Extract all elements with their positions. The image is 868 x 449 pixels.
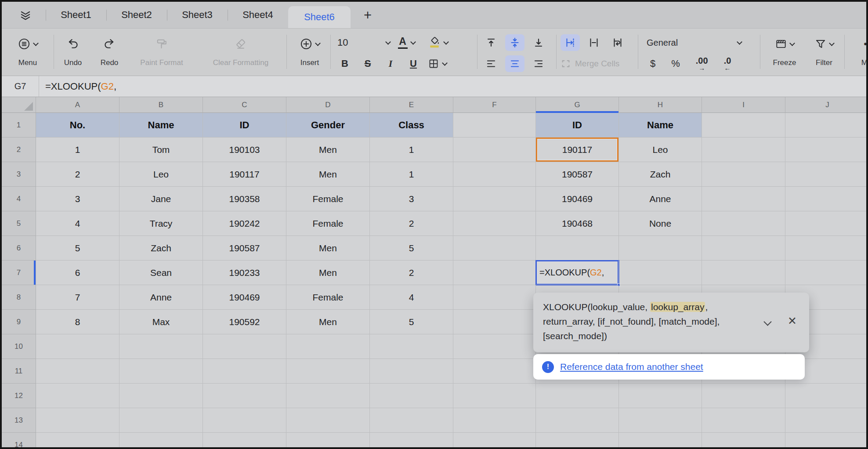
cell-E14[interactable] bbox=[370, 433, 453, 447]
cell-A13[interactable] bbox=[36, 408, 119, 433]
cell-E6[interactable]: 5 bbox=[370, 236, 453, 261]
formula-input[interactable]: =XLOOKUP(G2, bbox=[39, 81, 116, 92]
cell-H7[interactable] bbox=[619, 261, 702, 285]
increase-decimal-button[interactable]: .00 → bbox=[696, 56, 708, 71]
halign-right-button[interactable] bbox=[529, 55, 548, 72]
cell-B11[interactable] bbox=[119, 359, 203, 384]
add-sheet-button[interactable]: + bbox=[358, 7, 377, 24]
cell-F6[interactable] bbox=[453, 236, 536, 261]
cell-E8[interactable]: 4 bbox=[370, 285, 453, 310]
row-header-8[interactable]: 8 bbox=[2, 285, 36, 310]
cell-B2[interactable]: Tom bbox=[119, 138, 203, 162]
underline-button[interactable]: U bbox=[406, 58, 421, 69]
halign-left-button[interactable] bbox=[481, 55, 501, 72]
cell-D11[interactable] bbox=[286, 359, 370, 384]
cell-A3[interactable]: 2 bbox=[36, 162, 119, 187]
valign-middle-button[interactable] bbox=[505, 34, 524, 51]
row-header-13[interactable]: 13 bbox=[2, 408, 36, 433]
cell-D6[interactable]: Men bbox=[286, 236, 370, 261]
cell-F13[interactable] bbox=[453, 408, 536, 433]
cell-E3[interactable]: 1 bbox=[370, 162, 453, 187]
cell-G14[interactable] bbox=[536, 433, 619, 447]
cell-B14[interactable] bbox=[119, 433, 203, 447]
cell-I13[interactable] bbox=[702, 408, 785, 433]
cell-G7[interactable]: =XLOOKUP(G2, bbox=[536, 261, 619, 285]
row-header-4[interactable]: 4 bbox=[2, 187, 36, 211]
sheet-list-button[interactable] bbox=[9, 5, 42, 25]
column-header-H[interactable]: H bbox=[619, 97, 702, 113]
cell-I6[interactable] bbox=[702, 236, 785, 261]
cell-J14[interactable] bbox=[785, 433, 866, 447]
row-header-3[interactable]: 3 bbox=[2, 162, 36, 187]
merge-cells-button[interactable]: Merge Cells bbox=[561, 58, 619, 69]
cell-A8[interactable]: 7 bbox=[36, 285, 119, 310]
cell-C11[interactable] bbox=[203, 359, 286, 384]
cell-C3[interactable]: 190117 bbox=[203, 162, 286, 187]
cell-I4[interactable] bbox=[702, 187, 785, 211]
cell-I14[interactable] bbox=[702, 433, 785, 447]
cell-E7[interactable]: 2 bbox=[370, 261, 453, 285]
cell-E5[interactable]: 2 bbox=[370, 211, 453, 236]
cell-J2[interactable] bbox=[785, 138, 866, 162]
cell-D1[interactable]: Gender bbox=[286, 113, 370, 138]
cell-D14[interactable] bbox=[286, 433, 370, 447]
font-color-button[interactable]: A bbox=[392, 36, 421, 49]
tab-sheet2[interactable]: Sheet2 bbox=[106, 2, 167, 28]
reference-data-link[interactable]: Reference data from another sheet bbox=[560, 362, 703, 372]
cell-A1[interactable]: No. bbox=[36, 113, 119, 138]
column-header-C[interactable]: C bbox=[203, 97, 286, 113]
cell-F7[interactable] bbox=[453, 261, 536, 285]
undo-button[interactable]: Undo bbox=[57, 31, 89, 69]
cell-E10[interactable] bbox=[370, 334, 453, 359]
cell-F14[interactable] bbox=[453, 433, 536, 447]
decrease-decimal-button[interactable]: .0 ← bbox=[724, 56, 731, 71]
cell-F9[interactable] bbox=[453, 310, 536, 334]
bold-button[interactable]: B bbox=[337, 58, 352, 69]
cell-C10[interactable] bbox=[203, 334, 286, 359]
cell-F4[interactable] bbox=[453, 187, 536, 211]
column-header-E[interactable]: E bbox=[370, 97, 453, 113]
font-size-select[interactable]: 10 bbox=[336, 37, 392, 48]
cell-I12[interactable] bbox=[702, 384, 785, 408]
cell-C1[interactable]: ID bbox=[203, 113, 286, 138]
cell-G6[interactable] bbox=[536, 236, 619, 261]
borders-button[interactable] bbox=[428, 58, 447, 69]
halign-center-button[interactable] bbox=[505, 55, 524, 72]
cell-G4[interactable]: 190469 bbox=[536, 187, 619, 211]
text-clip-button[interactable] bbox=[584, 34, 604, 51]
row-header-9[interactable]: 9 bbox=[2, 310, 36, 334]
column-header-F[interactable]: F bbox=[453, 97, 536, 113]
cell-B6[interactable]: Zach bbox=[119, 236, 203, 261]
cell-E11[interactable] bbox=[370, 359, 453, 384]
currency-button[interactable]: $ bbox=[650, 58, 655, 69]
cell-E1[interactable]: Class bbox=[370, 113, 453, 138]
cell-A9[interactable]: 8 bbox=[36, 310, 119, 334]
cell-B5[interactable]: Tracy bbox=[119, 211, 203, 236]
cell-A14[interactable] bbox=[36, 433, 119, 447]
strikethrough-button[interactable]: S bbox=[360, 58, 375, 69]
cell-C5[interactable]: 190242 bbox=[203, 211, 286, 236]
cell-A2[interactable]: 1 bbox=[36, 138, 119, 162]
more-button[interactable]: ••• More bbox=[850, 31, 868, 69]
cell-C2[interactable]: 190103 bbox=[203, 138, 286, 162]
cell-C6[interactable]: 190587 bbox=[203, 236, 286, 261]
cell-F12[interactable] bbox=[453, 384, 536, 408]
cell-F2[interactable] bbox=[453, 138, 536, 162]
cell-A4[interactable]: 3 bbox=[36, 187, 119, 211]
cell-J12[interactable] bbox=[785, 384, 866, 408]
cell-I2[interactable] bbox=[702, 138, 785, 162]
cell-F10[interactable] bbox=[453, 334, 536, 359]
cell-G3[interactable]: 190587 bbox=[536, 162, 619, 187]
cell-B7[interactable]: Sean bbox=[119, 261, 203, 285]
cell-H6[interactable] bbox=[619, 236, 702, 261]
row-header-12[interactable]: 12 bbox=[2, 384, 36, 408]
cell-J1[interactable] bbox=[785, 113, 866, 138]
cell-D7[interactable]: Men bbox=[286, 261, 370, 285]
row-header-11[interactable]: 11 bbox=[2, 359, 36, 384]
cell-B1[interactable]: Name bbox=[119, 113, 203, 138]
redo-button[interactable]: Redo bbox=[93, 31, 126, 69]
fill-color-button[interactable] bbox=[421, 36, 455, 49]
cell-C7[interactable]: 190233 bbox=[203, 261, 286, 285]
cell-D12[interactable] bbox=[286, 384, 370, 408]
cell-D4[interactable]: Female bbox=[286, 187, 370, 211]
